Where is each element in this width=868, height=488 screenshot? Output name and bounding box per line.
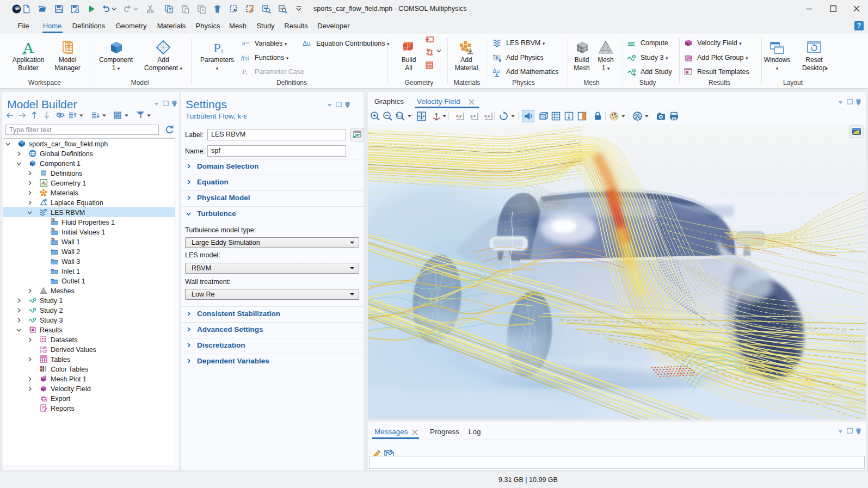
svg-text:e-12: e-12 xyxy=(40,349,47,353)
svg-text:i: i xyxy=(221,47,223,55)
svg-text:D: D xyxy=(52,238,54,242)
svg-text:z: z xyxy=(488,113,490,118)
svg-text:D: D xyxy=(52,228,54,232)
svg-text:f(x): f(x) xyxy=(241,54,250,61)
svg-text:y: y xyxy=(470,113,473,118)
svg-text:D: D xyxy=(52,218,54,222)
svg-text:x: x xyxy=(484,113,487,118)
svg-text:Δu: Δu xyxy=(303,40,311,47)
svg-text:Pi: Pi xyxy=(242,67,248,76)
svg-text:x: x xyxy=(456,113,459,118)
svg-text:Δu: Δu xyxy=(493,67,500,74)
svg-text:P: P xyxy=(213,41,220,55)
svg-text:z: z xyxy=(473,113,476,118)
svg-text:A: A xyxy=(23,39,34,55)
svg-text:a=: a= xyxy=(242,39,250,47)
svg-text:y: y xyxy=(459,113,462,118)
